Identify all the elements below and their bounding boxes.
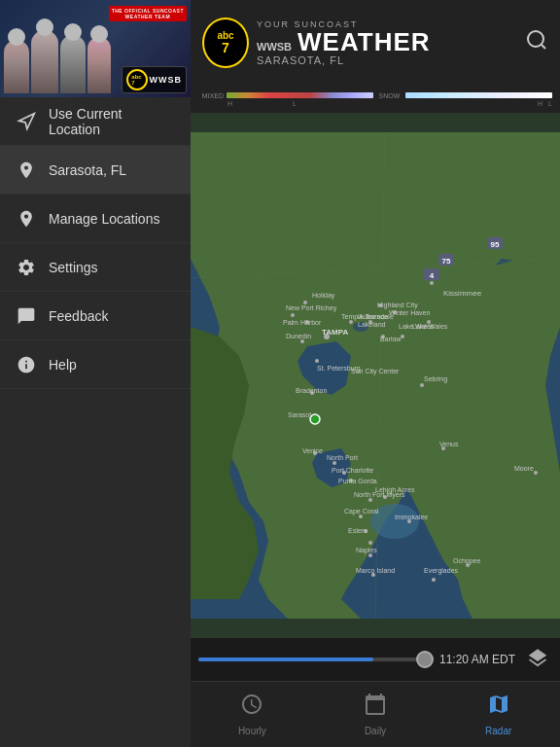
sidebar-item-use-current-location[interactable]: Use Current Location (0, 97, 191, 146)
daily-label: Daily (365, 726, 386, 736)
help-label: Help (49, 357, 77, 373)
svg-text:Sarasot: Sarasot (288, 411, 311, 418)
svg-point-35 (432, 578, 436, 582)
svg-text:Punta Gorda: Punta Gorda (338, 478, 377, 484)
team-banner: THE OFFICIAL SUNCOAST WEATHER TEAM (109, 6, 187, 21)
navigation-icon (16, 111, 37, 132)
svg-text:Holiday: Holiday (312, 292, 335, 300)
sidebar: THE OFFICIAL SUNCOAST WEATHER TEAM abc7 … (0, 0, 191, 747)
timeline-progress-bar[interactable] (198, 658, 432, 661)
use-current-location-label: Use Current Location (49, 106, 175, 137)
team-photo: THE OFFICIAL SUNCOAST WEATHER TEAM abc7 … (0, 0, 191, 97)
map-icon (487, 693, 510, 722)
chat-icon (16, 305, 37, 327)
svg-text:Bradenton: Bradenton (296, 387, 327, 394)
h-label-2: H (357, 100, 542, 107)
settings-label: Settings (49, 260, 98, 275)
sarasota-fl-label: Sarasota, FL (49, 162, 126, 178)
sidebar-nav: Use Current Location Sarasota, FL Manage… (0, 97, 191, 747)
header-station-row: WWSB WEATHER (257, 29, 431, 54)
timeline-time-label: 11:20 AM EDT (439, 653, 515, 666)
svg-point-13 (315, 359, 319, 363)
bottom-nav: Hourly Daily Radar (191, 681, 560, 747)
svg-point-27 (368, 498, 372, 502)
feedback-label: Feedback (49, 308, 108, 324)
search-button[interactable] (525, 28, 548, 57)
abc7-header-logo: abc 7 (202, 18, 249, 68)
sidebar-item-help[interactable]: Help (0, 340, 191, 389)
station-badge: abc7 WWSB (122, 66, 188, 93)
sidebar-header: THE OFFICIAL SUNCOAST WEATHER TEAM abc7 … (0, 0, 191, 97)
header-title: WEATHER (298, 29, 431, 54)
sidebar-item-feedback[interactable]: Feedback (0, 292, 191, 340)
main-content: abc 7 YOUR SUNCOAST WWSB WEATHER SARASOT… (191, 0, 560, 747)
svg-text:New Port Richey: New Port Richey (286, 304, 337, 312)
svg-text:Ochopee: Ochopee (453, 557, 481, 565)
svg-text:Winter Haven: Winter Haven (389, 309, 431, 316)
svg-point-36 (420, 383, 424, 387)
svg-point-37 (534, 471, 538, 475)
mixed-precip-row: MIXED SNOW (198, 92, 552, 99)
svg-point-12 (300, 339, 304, 343)
svg-text:Naples: Naples (356, 547, 377, 554)
app-header: abc 7 YOUR SUNCOAST WWSB WEATHER SARASOT… (191, 0, 560, 86)
svg-text:Moore: Moore (514, 465, 534, 472)
location-pin-icon (16, 160, 37, 181)
sidebar-item-manage-locations[interactable]: Manage Locations (0, 195, 191, 243)
svg-point-31 (368, 553, 372, 557)
svg-point-26 (359, 515, 363, 518)
svg-point-8 (291, 313, 295, 317)
svg-point-23 (332, 461, 336, 465)
svg-text:95: 95 (491, 240, 500, 249)
header-station: WWSB (257, 41, 292, 53)
layers-button[interactable] (523, 647, 552, 673)
calendar-icon (364, 693, 387, 722)
manage-locations-icon (16, 208, 37, 230)
svg-point-40 (368, 541, 372, 545)
svg-text:Port Charlotte: Port Charlotte (332, 467, 373, 474)
svg-text:Lake Wales: Lake Wales (412, 323, 448, 330)
l-label-2: L (548, 100, 552, 107)
svg-text:Highland City: Highland City (377, 302, 418, 309)
sidebar-item-settings[interactable]: Settings (0, 243, 191, 292)
svg-point-33 (430, 281, 434, 285)
timeline-scrubber[interactable] (416, 651, 434, 668)
mixed-label: MIXED (198, 92, 224, 99)
svg-text:Estero: Estero (348, 527, 368, 534)
svg-point-21 (310, 414, 320, 424)
nav-item-daily[interactable]: Daily (314, 682, 438, 747)
svg-text:Lehigh Acres: Lehigh Acres (375, 486, 415, 494)
radar-map[interactable]: New Port Richey Holiday Palm Harbor Dune… (191, 113, 560, 638)
svg-line-2 (542, 45, 545, 49)
nav-item-hourly[interactable]: Hourly (191, 682, 314, 747)
svg-text:Everglades: Everglades (424, 567, 459, 575)
info-icon (16, 354, 37, 375)
header-location: SARASOTA, FL (257, 54, 431, 66)
svg-text:Venice: Venice (302, 447, 323, 454)
svg-text:Venus: Venus (439, 441, 459, 447)
abc7-logo: abc7 (126, 69, 148, 90)
map-svg: New Port Richey Holiday Palm Harbor Dune… (191, 113, 560, 638)
svg-text:Lakeland: Lakeland (358, 321, 386, 328)
header-text-area: YOUR SUNCOAST WWSB WEATHER SARASOTA, FL (257, 19, 431, 66)
sidebar-item-sarasota[interactable]: Sarasota, FL (0, 146, 191, 195)
bottom-timeline: 11:20 AM EDT (191, 638, 560, 681)
svg-text:North Port: North Port (327, 454, 358, 461)
nav-item-radar[interactable]: Radar (437, 682, 560, 747)
station-call-sign: WWSB (150, 75, 183, 85)
svg-marker-0 (19, 113, 35, 128)
mixed-gradient-bar (227, 92, 373, 98)
svg-point-14 (349, 320, 353, 324)
svg-text:Cape Coral: Cape Coral (344, 508, 379, 516)
svg-text:4: 4 (430, 271, 435, 280)
l-label-1: L (232, 100, 357, 107)
manage-locations-label: Manage Locations (49, 211, 159, 227)
svg-point-1 (528, 31, 543, 47)
timeline-fill (198, 658, 373, 661)
header-logo-area: abc 7 YOUR SUNCOAST WWSB WEATHER SARASOT… (202, 18, 431, 68)
svg-text:Kissimmee: Kissimmee (443, 289, 482, 298)
svg-text:Dunedin: Dunedin (286, 333, 311, 339)
svg-point-18 (401, 335, 404, 338)
gear-icon (16, 257, 37, 278)
precip-bar-container: MIXED SNOW H L H L (191, 86, 560, 113)
